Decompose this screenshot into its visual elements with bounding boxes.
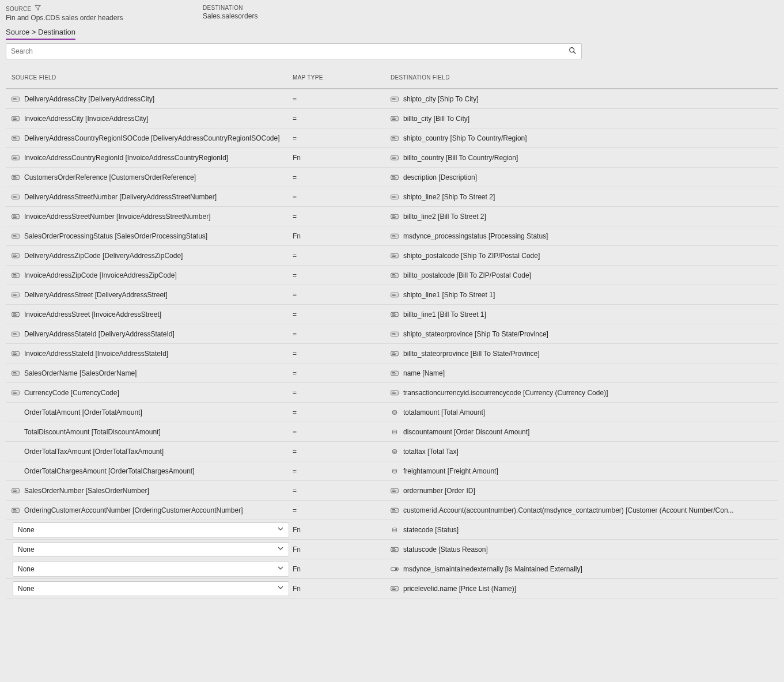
map-type-cell[interactable]: =	[293, 350, 391, 358]
map-type-cell[interactable]: =	[293, 506, 391, 514]
mapping-row[interactable]: CurrencyCode [CurrencyCode] = transactio…	[6, 383, 778, 403]
mapping-row[interactable]: DeliveryAddressCountryRegionISOCode [Del…	[6, 128, 778, 148]
chevron-down-icon	[277, 545, 284, 554]
svg-line-1	[574, 51, 576, 54]
mapping-row[interactable]: InvoiceAddressStateId [InvoiceAddressSta…	[6, 344, 778, 363]
mapping-row[interactable]: OrderTotalTaxAmount [OrderTotalTaxAmount…	[6, 442, 778, 461]
text-field-icon	[391, 370, 399, 376]
search-box[interactable]	[6, 43, 582, 59]
source-field-text: SalesOrderProcessingStatus [SalesOrderPr…	[24, 232, 207, 240]
text-field-icon	[391, 116, 399, 122]
svg-point-131	[392, 430, 396, 431]
mapping-row[interactable]: InvoiceAddressCountryRegionId [InvoiceAd…	[6, 148, 778, 168]
text-field-icon	[391, 194, 399, 200]
map-type-cell[interactable]: =	[293, 252, 391, 260]
mapping-row[interactable]: OrderTotalAmount [OrderTotalAmount] = to…	[6, 403, 778, 422]
map-type-cell[interactable]: =	[293, 408, 391, 416]
source-field-select[interactable]: None	[13, 581, 289, 596]
map-type-cell[interactable]: =	[293, 330, 391, 338]
destination-field-text: shipto_postalcode [Ship To ZIP/Postal Co…	[403, 252, 540, 260]
source-field-text: InvoiceAddressCountryRegionId [InvoiceAd…	[24, 154, 228, 162]
column-header-maptype[interactable]: MAP TYPE	[293, 74, 391, 81]
map-type-cell[interactable]: Fn	[293, 545, 391, 554]
mapping-row[interactable]: TotalDiscountAmount [TotalDiscountAmount…	[6, 422, 778, 442]
map-type-cell[interactable]: =	[293, 95, 391, 103]
map-type-cell[interactable]: Fn	[293, 154, 391, 162]
map-type-cell[interactable]: =	[293, 369, 391, 377]
mapping-row[interactable]: InvoiceAddressStreet [InvoiceAddressStre…	[6, 305, 778, 324]
map-type-cell[interactable]: =	[293, 115, 391, 123]
destination-field-text: shipto_country [Ship To Country/Region]	[403, 134, 527, 142]
mapping-row[interactable]: CustomersOrderReference [CustomersOrderR…	[6, 168, 778, 187]
map-type-cell[interactable]: =	[293, 487, 391, 495]
text-field-icon	[391, 331, 399, 337]
mapping-row[interactable]: None Fn pricelevelid.name [Price List (N…	[6, 579, 778, 598]
source-field-text: OrderTotalChargesAmount [OrderTotalCharg…	[24, 467, 194, 475]
source-field-text: DeliveryAddressStreetNumber [DeliveryAdd…	[24, 193, 217, 201]
column-header-destination[interactable]: DESTINATION FIELD	[391, 74, 778, 81]
map-type-cell[interactable]: Fn	[293, 565, 391, 573]
mapping-row[interactable]: OrderingCustomerAccountNumber [OrderingC…	[6, 501, 778, 520]
mapping-row[interactable]: DeliveryAddressZipCode [DeliveryAddressZ…	[6, 246, 778, 266]
svg-point-150	[392, 528, 396, 529]
text-field-icon	[12, 292, 20, 298]
mapping-row[interactable]: InvoiceAddressZipCode [InvoiceAddressZip…	[6, 266, 778, 285]
mapping-row[interactable]: SalesOrderProcessingStatus [SalesOrderPr…	[6, 226, 778, 246]
mapping-row[interactable]: OrderTotalChargesAmount [OrderTotalCharg…	[6, 461, 778, 481]
mapping-row[interactable]: InvoiceAddressStreetNumber [InvoiceAddre…	[6, 207, 778, 226]
source-field-select[interactable]: None	[13, 562, 289, 577]
map-type-cell[interactable]: Fn	[293, 585, 391, 593]
text-field-icon	[12, 155, 20, 161]
tab-source-destination[interactable]: Source > Destination	[6, 28, 75, 40]
mapping-row[interactable]: SalesOrderName [SalesOrderName] = name […	[6, 363, 778, 383]
map-type-cell[interactable]: =	[293, 448, 391, 456]
source-field-select[interactable]: None	[13, 542, 289, 557]
text-field-icon	[391, 586, 399, 592]
map-type-cell[interactable]: =	[293, 173, 391, 181]
text-field-icon	[12, 370, 20, 376]
map-type-cell[interactable]: Fn	[293, 232, 391, 240]
map-type-cell[interactable]: =	[293, 193, 391, 201]
map-type-cell[interactable]: =	[293, 310, 391, 319]
svg-point-130	[392, 410, 396, 412]
text-field-icon	[12, 214, 20, 219]
text-field-icon	[12, 175, 20, 180]
mapping-row[interactable]: DeliveryAddressStreetNumber [DeliveryAdd…	[6, 187, 778, 207]
map-type-cell[interactable]: =	[293, 213, 391, 221]
search-input[interactable]	[6, 44, 564, 59]
map-type-cell[interactable]: =	[293, 271, 391, 279]
column-header-source[interactable]: SOURCE FIELD	[6, 74, 293, 81]
map-type-cell[interactable]: Fn	[293, 526, 391, 534]
toggle-icon	[391, 566, 399, 572]
mapping-row[interactable]: DeliveryAddressCity [DeliveryAddressCity…	[6, 89, 778, 109]
mapping-row[interactable]: InvoiceAddressCity [InvoiceAddressCity] …	[6, 109, 778, 128]
text-field-icon	[391, 488, 399, 494]
destination-field-text: pricelevelid.name [Price List (Name)]	[403, 585, 516, 593]
mapping-row[interactable]: None Fn statecode [Status]	[6, 520, 778, 540]
destination-field-text: discountamount [Order Discount Amount]	[403, 428, 529, 436]
mapping-grid: SOURCE FIELD MAP TYPE DESTINATION FIELD …	[6, 70, 778, 598]
map-type-cell[interactable]: =	[293, 291, 391, 299]
mapping-row[interactable]: None Fn statuscode [Status Reason]	[6, 540, 778, 559]
mapping-row[interactable]: DeliveryAddressStateId [DeliveryAddressS…	[6, 324, 778, 344]
source-field-select[interactable]: None	[13, 522, 289, 537]
map-type-cell[interactable]: =	[293, 389, 391, 397]
destination-field-text: billto_city [Bill To City]	[403, 115, 469, 123]
source-field-select-value: None	[18, 545, 35, 554]
mapping-row[interactable]: DeliveryAddressStreet [DeliveryAddressSt…	[6, 285, 778, 305]
filter-icon[interactable]	[35, 5, 41, 13]
destination-field-text: billto_country [Bill To Country/Region]	[403, 154, 518, 162]
text-field-icon	[12, 390, 20, 396]
mapping-row[interactable]: None Fn msdynce_ismaintainedexternally […	[6, 559, 778, 579]
spacer-icon	[12, 468, 20, 474]
map-type-cell[interactable]: =	[293, 428, 391, 436]
destination-field-text: shipto_line1 [Ship To Street 1]	[403, 291, 495, 299]
map-type-cell[interactable]: =	[293, 134, 391, 142]
search-button[interactable]	[564, 44, 581, 59]
destination-field-text: totaltax [Total Tax]	[403, 448, 459, 456]
destination-field-text: ordernumber [Order ID]	[403, 487, 475, 495]
destination-field-text: statecode [Status]	[403, 526, 459, 534]
mapping-row[interactable]: SalesOrderNumber [SalesOrderNumber] = or…	[6, 481, 778, 501]
map-type-cell[interactable]: =	[293, 467, 391, 475]
text-field-icon	[12, 135, 20, 141]
